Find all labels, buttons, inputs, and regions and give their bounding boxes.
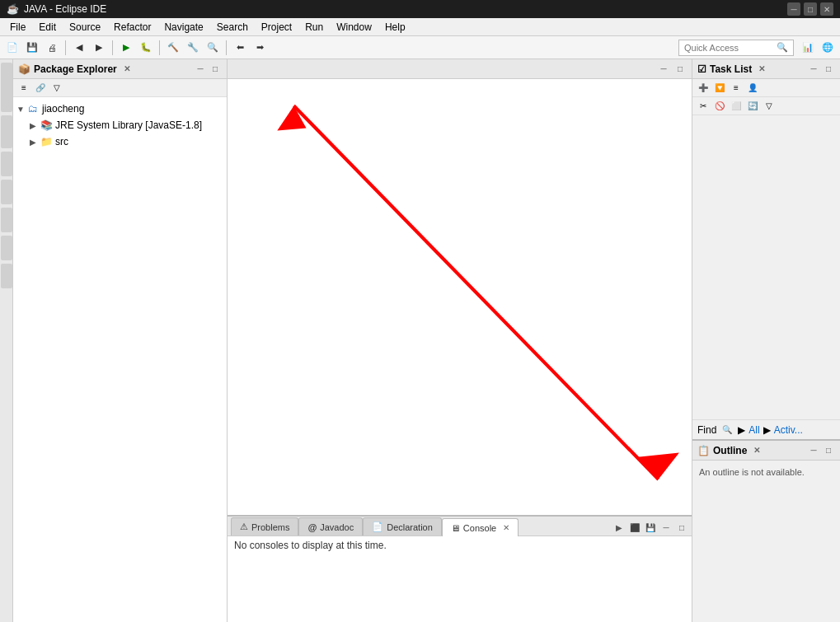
editor-maximize[interactable]: □ [673, 63, 687, 76]
prev-edit-button[interactable]: ◀ [70, 39, 88, 57]
separator-2 [112, 40, 113, 55]
task-btn-b[interactable]: 🚫 [712, 99, 727, 114]
bottom-tab-group: ⚠ Problems @ Javadoc 📄 Declaration 🖥 Con… [231, 517, 519, 535]
package-explorer-panel: 📦 Package Explorer ✕ ─ □ ≡ 🔗 ▽ ▼ 🗂 jiaoc… [13, 59, 228, 622]
javadoc-icon: @ [307, 522, 317, 532]
window-icon: ☕ [7, 3, 19, 15]
quick-access-input[interactable] [684, 43, 777, 53]
console-maximize[interactable]: □ [675, 521, 688, 534]
outline-title: 📋 Outline ✕ [697, 445, 760, 456]
print-button[interactable]: 🖨 [43, 39, 61, 57]
task-list-header: ☑ Task List ✕ ─ □ [692, 59, 840, 79]
outline-content: An outline is not available. [692, 461, 840, 622]
tree-item-jre[interactable]: ▶ 📚 JRE System Library [JavaSE-1.8] [13, 117, 227, 133]
annotation-arrow [228, 79, 692, 515]
window-controls[interactable]: ─ □ ✕ [787, 2, 833, 16]
outline-icon: 📋 [697, 445, 710, 456]
tree-item-jiaocheng[interactable]: ▼ 🗂 jiaocheng [13, 101, 227, 117]
menu-edit[interactable]: Edit [32, 20, 63, 35]
forward-button[interactable]: ➡ [251, 39, 269, 57]
expand-arrow-jiaocheng: ▼ [16, 105, 26, 114]
perspective-btn-1[interactable]: 📊 [799, 39, 817, 57]
menu-search[interactable]: Search [210, 20, 255, 35]
task-new-button[interactable]: ➕ [696, 81, 711, 96]
menu-help[interactable]: Help [378, 20, 412, 35]
menu-refactor[interactable]: Refactor [107, 20, 157, 35]
new-button[interactable]: 📄 [3, 39, 21, 57]
search-button[interactable]: 🔍 [204, 39, 222, 57]
package-explorer-toolbar: ≡ 🔗 ▽ [13, 79, 227, 97]
editor-content [228, 79, 692, 515]
debug-button[interactable]: 🐛 [137, 39, 155, 57]
maximize-panel-button[interactable]: □ [209, 63, 222, 76]
menu-project[interactable]: Project [255, 20, 298, 35]
outline-header: 📋 Outline ✕ ─ □ [692, 441, 840, 461]
task-person-button[interactable]: 👤 [745, 81, 760, 96]
outline-close[interactable]: ✕ [753, 446, 760, 455]
run-button[interactable]: ▶ [117, 39, 135, 57]
close-button[interactable]: ✕ [820, 2, 833, 16]
task-btn-a[interactable]: ✂ [696, 99, 711, 114]
console-minimize[interactable]: ─ [659, 521, 673, 534]
expand-arrow-jre: ▶ [30, 121, 40, 130]
outline-maximize[interactable]: □ [822, 444, 835, 457]
task-btn-d[interactable]: 🔄 [745, 99, 760, 114]
task-find-bar: Find 🔍 ▶ All ▶ Activ... [692, 419, 840, 439]
bottom-panel: ⚠ Problems @ Javadoc 📄 Declaration 🖥 Con… [228, 515, 692, 622]
jre-icon: 📚 [40, 119, 53, 132]
quick-access-box[interactable]: 🔍 [678, 40, 794, 56]
collapse-all-button[interactable]: ≡ [16, 81, 31, 96]
tab-javadoc[interactable]: @ Javadoc [298, 517, 363, 535]
title-bar: ☕ JAVA - Eclipse IDE ─ □ ✕ [0, 0, 840, 18]
main-toolbar: 📄 💾 🖨 ◀ ▶ ▶ 🐛 🔨 🔧 🔍 ⬅ ➡ 🔍 📊 🌐 [0, 36, 840, 59]
tree-item-src[interactable]: ▶ 📁 src [13, 133, 227, 150]
task-btn-c[interactable]: ⬜ [729, 99, 744, 114]
menu-navigate[interactable]: Navigate [157, 20, 209, 35]
src-label: src [55, 136, 68, 147]
console-run-button[interactable]: ▶ [612, 521, 626, 534]
console-stop-button[interactable]: ⬛ [628, 521, 641, 534]
menu-window[interactable]: Window [330, 20, 378, 35]
link-editor-button[interactable]: 🔗 [33, 81, 48, 96]
view-menu-button[interactable]: ▽ [49, 81, 64, 96]
menu-run[interactable]: Run [298, 20, 330, 35]
bottom-tabs: ⚠ Problems @ Javadoc 📄 Declaration 🖥 Con… [228, 517, 692, 536]
maximize-button[interactable]: □ [804, 2, 817, 16]
tab-problems[interactable]: ⚠ Problems [231, 517, 298, 535]
package-explorer-icon: 📦 [18, 63, 31, 75]
minimize-panel-button[interactable]: ─ [194, 63, 207, 76]
build-button[interactable]: 🔨 [164, 39, 182, 57]
tab-declaration[interactable]: 📄 Declaration [363, 517, 442, 535]
task-collapse-button[interactable]: ≡ [729, 81, 744, 96]
find-label: Find [697, 424, 716, 436]
package-explorer-controls: ─ □ [194, 63, 222, 76]
package-explorer-close[interactable]: ✕ [124, 64, 130, 73]
minimize-button[interactable]: ─ [787, 2, 800, 16]
outline-controls: ─ □ [807, 444, 835, 457]
task-dropdown[interactable]: ▽ [762, 99, 777, 114]
package-explorer-header: 📦 Package Explorer ✕ ─ □ [13, 59, 227, 79]
next-edit-button[interactable]: ▶ [90, 39, 108, 57]
task-filter-button[interactable]: 🔽 [712, 81, 727, 96]
console-save-button[interactable]: 💾 [644, 521, 657, 534]
save-button[interactable]: 💾 [23, 39, 41, 57]
back-button[interactable]: ⬅ [231, 39, 249, 57]
problems-icon: ⚠ [240, 521, 248, 532]
tab-console[interactable]: 🖥 Console ✕ [442, 518, 519, 536]
task-list-minimize[interactable]: ─ [807, 63, 820, 76]
perspective-btn-2[interactable]: 🌐 [819, 39, 837, 57]
find-icon-button[interactable]: 🔍 [720, 423, 734, 437]
menu-source[interactable]: Source [63, 20, 107, 35]
outline-minimize[interactable]: ─ [807, 444, 820, 457]
editor-minimize[interactable]: ─ [657, 63, 670, 76]
right-panel: ☑ Task List ✕ ─ □ ➕ 🔽 ≡ 👤 ✂ 🚫 ⬜ 🔄 [692, 59, 840, 622]
filter-all[interactable]: All [748, 424, 759, 436]
console-close[interactable]: ✕ [503, 523, 509, 532]
menu-file[interactable]: File [3, 20, 32, 35]
task-list-maximize[interactable]: □ [822, 63, 835, 76]
left-strip-item-5 [1, 208, 12, 232]
filter-active[interactable]: Activ... [774, 424, 803, 436]
task-list-close[interactable]: ✕ [758, 64, 765, 73]
task-list-toolbar: ➕ 🔽 ≡ 👤 [692, 79, 840, 97]
clean-button[interactable]: 🔧 [184, 39, 202, 57]
